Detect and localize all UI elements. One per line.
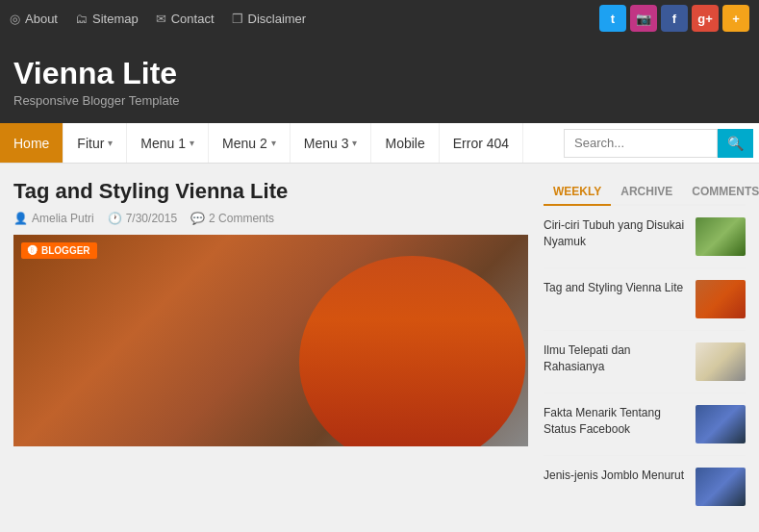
nav-label: Contact	[171, 12, 215, 26]
header: Vienna Lite Responsive Blogger Template	[0, 37, 759, 123]
nav-label: Disclaimer	[248, 12, 307, 26]
top-nav-item-disclaimer[interactable]: ❒Disclaimer	[232, 12, 307, 26]
sidebar-post-thumb	[696, 468, 746, 506]
sidebar-tabs: WEEKLYARCHIVECOMMENTS	[544, 179, 746, 206]
comment-icon: 💬	[190, 212, 205, 225]
main-layout: Tag and Styling Vienna Lite 👤 Amelia Put…	[0, 164, 759, 532]
sidebar-post-title[interactable]: Jenis-jenis Jomblo Menurut	[544, 468, 688, 484]
nav-item-home[interactable]: Home	[0, 123, 63, 163]
dropdown-arrow-icon: ▾	[352, 138, 357, 148]
nav-icon: ❒	[232, 12, 243, 26]
nav-item-label: Home	[13, 136, 49, 151]
sidebar-posts: Ciri-ciri Tubuh yang Disukai Nyamuk Tag …	[544, 217, 746, 518]
sidebar-post-title[interactable]: Ciri-ciri Tubuh yang Disukai Nyamuk	[544, 217, 688, 250]
sidebar-post-item: Ciri-ciri Tubuh yang Disukai Nyamuk	[544, 217, 746, 268]
post-comments-meta: 💬 2 Comments	[190, 212, 274, 225]
sidebar-tab-archive[interactable]: ARCHIVE	[611, 179, 682, 206]
nav-item-error-404[interactable]: Error 404	[440, 123, 523, 163]
social-instagram-button[interactable]: 📷	[630, 5, 657, 32]
sidebar-post-title[interactable]: Tag and Styling Vienna Lite	[544, 280, 688, 296]
post-image-container: 🅑 BLOGGER	[13, 235, 528, 446]
post-author: Amelia Putri	[32, 212, 94, 225]
sidebar-tab-comments[interactable]: COMMENTS	[682, 179, 759, 206]
social-facebook-button[interactable]: f	[661, 5, 688, 32]
blogger-label: BLOGGER	[41, 245, 90, 256]
sidebar-post-item: Jenis-jenis Jomblo Menurut	[544, 468, 746, 518]
post-meta: 👤 Amelia Putri 🕐 7/30/2015 💬 2 Comments	[13, 212, 528, 225]
nav-item-label: Menu 1	[140, 136, 186, 151]
nav-item-label: Fitur	[77, 136, 104, 151]
blogger-badge: 🅑 BLOGGER	[21, 242, 97, 259]
site-title: Vienna Lite	[13, 56, 746, 91]
author-icon: 👤	[13, 212, 28, 225]
social-plus-button[interactable]: +	[722, 5, 749, 32]
nav-label: Sitemap	[92, 12, 139, 26]
date-icon: 🕐	[108, 212, 122, 225]
social-icons: t📷fg++	[599, 5, 749, 32]
social-gplus-button[interactable]: g+	[692, 5, 719, 32]
sidebar-post-item: Fakta Menarik Tentang Status Facebook	[544, 405, 746, 456]
nav-item-label: Error 404	[453, 136, 509, 151]
sidebar-post-thumb	[696, 342, 746, 381]
nav-bar: HomeFitur▾Menu 1▾Menu 2▾Menu 3▾MobileErr…	[0, 123, 759, 164]
nav-item-menu-2[interactable]: Menu 2▾	[209, 123, 291, 163]
top-bar: ◎About🗂Sitemap✉Contact❒Disclaimer t📷fg++	[0, 0, 759, 37]
search-input[interactable]	[564, 129, 718, 158]
post-date: 7/30/2015	[126, 212, 177, 225]
nav-label: About	[25, 12, 58, 26]
post-image-person	[271, 235, 529, 446]
sidebar-post-thumb	[696, 280, 746, 318]
dropdown-arrow-icon: ▾	[190, 138, 194, 148]
sidebar-post-thumb	[696, 217, 746, 256]
post-image-bg	[13, 235, 528, 446]
sidebar-post-item: Tag and Styling Vienna Lite	[544, 280, 746, 331]
search-area: 🔍	[564, 129, 753, 158]
post-date-meta: 🕐 7/30/2015	[108, 212, 177, 225]
nav-icon: 🗂	[75, 12, 88, 26]
nav-item-mobile[interactable]: Mobile	[371, 123, 439, 163]
post-author-meta: 👤 Amelia Putri	[13, 212, 94, 225]
nav-items: HomeFitur▾Menu 1▾Menu 2▾Menu 3▾MobileErr…	[0, 123, 523, 163]
nav-icon: ✉	[156, 12, 166, 26]
content: Tag and Styling Vienna Lite 👤 Amelia Put…	[13, 179, 528, 529]
sidebar: WEEKLYARCHIVECOMMENTS Ciri-ciri Tubuh ya…	[544, 179, 746, 529]
nav-item-label: Menu 3	[304, 136, 349, 151]
sidebar-post-item: Ilmu Telepati dan Rahasianya	[544, 342, 746, 393]
post-title: Tag and Styling Vienna Lite	[13, 179, 528, 204]
social-twitter-button[interactable]: t	[599, 5, 626, 32]
sidebar-post-title[interactable]: Ilmu Telepati dan Rahasianya	[544, 342, 688, 375]
sidebar-post-title[interactable]: Fakta Menarik Tentang Status Facebook	[544, 405, 688, 438]
nav-icon: ◎	[10, 12, 20, 26]
post-comments: 2 Comments	[209, 212, 274, 225]
blogger-icon: 🅑	[28, 245, 38, 256]
top-nav-item-sitemap[interactable]: 🗂Sitemap	[75, 12, 139, 26]
search-button[interactable]: 🔍	[718, 129, 753, 158]
dropdown-arrow-icon: ▾	[108, 138, 113, 148]
nav-item-label: Mobile	[385, 136, 424, 151]
sidebar-tab-weekly[interactable]: WEEKLY	[544, 179, 611, 206]
top-nav-item-about[interactable]: ◎About	[10, 12, 58, 26]
site-subtitle: Responsive Blogger Template	[13, 93, 746, 108]
dropdown-arrow-icon: ▾	[271, 138, 276, 148]
top-nav-item-contact[interactable]: ✉Contact	[156, 12, 215, 26]
nav-item-menu-3[interactable]: Menu 3▾	[291, 123, 372, 163]
nav-item-fitur[interactable]: Fitur▾	[63, 123, 127, 163]
sidebar-post-thumb	[696, 405, 746, 443]
nav-item-label: Menu 2	[222, 136, 267, 151]
top-nav: ◎About🗂Sitemap✉Contact❒Disclaimer	[10, 12, 306, 26]
nav-item-menu-1[interactable]: Menu 1▾	[127, 123, 209, 163]
